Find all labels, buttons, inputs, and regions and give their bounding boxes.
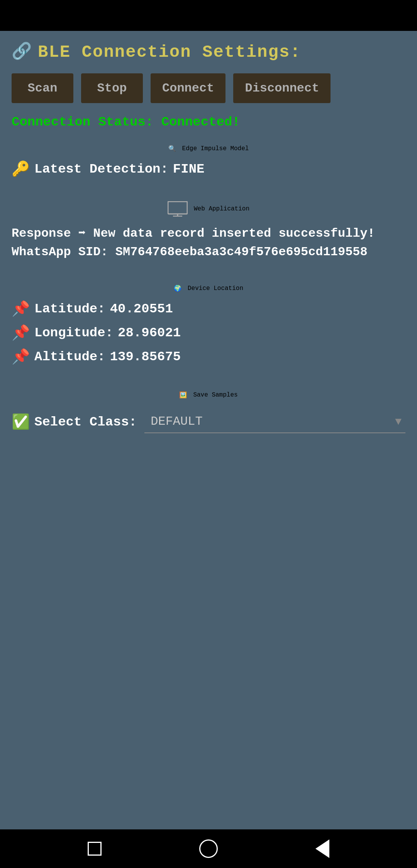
class-dropdown-wrapper[interactable]: DEFAULT CLASS_A CLASS_B CLASS_C ▼ [144,410,405,433]
latitude-value: 40.20551 [110,302,173,316]
select-class-row: ✅ Select Class: DEFAULT CLASS_A CLASS_B … [12,410,405,433]
edge-impulse-section: 🔍 Edge Impulse Model 🔑 Latest Detection:… [12,145,405,190]
square-icon [88,842,102,856]
save-samples-section: 🖼️ Save Samples ✅ Select Class: DEFAULT … [12,391,405,433]
connection-status-connected: Connected! [161,115,240,129]
circle-icon [199,839,218,858]
svg-rect-0 [168,202,187,214]
connection-status-label: Connection Status: [12,115,153,129]
scan-button[interactable]: Scan [12,73,73,103]
nav-back-button[interactable] [315,839,329,858]
ble-title: BLE Connection Settings: [38,42,301,62]
image-icon: 🖼️ [179,391,187,399]
save-samples-title-row: 🖼️ Save Samples [12,391,405,399]
longitude-label: Longitude: [34,326,113,340]
latest-detection-label: Latest Detection: [34,162,168,176]
pin-icon-alt: 📌 [12,348,30,366]
ble-header: 🔗 BLE Connection Settings: [12,42,405,62]
triangle-icon [315,839,329,858]
response-text: Response ➡️ New data record inserted suc… [12,224,405,261]
edge-impulse-title: Edge Impulse Model [182,145,249,152]
nav-square-button[interactable] [88,842,102,856]
disconnect-button[interactable]: Disconnect [233,73,331,103]
class-dropdown[interactable]: DEFAULT CLASS_A CLASS_B CLASS_C [144,410,405,433]
web-app-section: Web Application Response ➡️ New data rec… [12,201,405,277]
edge-impulse-title-row: 🔍 Edge Impulse Model [12,145,405,153]
monitor-icon [168,201,188,217]
search-icon: 🔍 [168,145,176,153]
checkmark-icon: ✅ [12,413,30,431]
longitude-value: 28.96021 [118,326,181,340]
latest-detection-value: FINE [173,162,205,176]
pin-icon-lat: 📌 [12,300,30,318]
altitude-label: Altitude: [34,349,105,364]
action-buttons-row: Scan Stop Connect Disconnect [12,73,405,103]
navigation-bar [0,829,417,868]
device-location-title-row: 🌍 Device Location [12,285,405,292]
web-app-title: Web Application [194,205,249,212]
connect-button[interactable]: Connect [151,73,225,103]
globe-icon: 🌍 [174,285,181,292]
response-label: Response [12,226,71,241]
pin-icon-lon: 📌 [12,324,30,342]
connection-status: Connection Status: Connected! [12,115,405,129]
select-class-text: Select Class: [34,415,137,429]
select-class-label: ✅ Select Class: [12,413,137,431]
save-samples-title: Save Samples [193,392,237,398]
arrow-icon: ➡️ [78,226,93,241]
longitude-row: 📌 Longitude: 28.96021 [12,324,405,342]
latitude-row: 📌 Latitude: 40.20551 [12,300,405,318]
altitude-value: 139.85675 [110,349,181,364]
status-bar [0,0,417,31]
main-content: 🔗 BLE Connection Settings: Scan Stop Con… [0,31,417,829]
device-location-section: 🌍 Device Location 📌 Latitude: 40.20551 📌… [12,285,405,372]
nav-home-button[interactable] [199,839,218,858]
device-location-title: Device Location [188,285,243,292]
latest-detection-row: 🔑 Latest Detection: FINE [12,160,405,178]
latitude-label: Latitude: [34,302,105,316]
web-app-title-row: Web Application [12,201,405,217]
link-icon: 🔗 [12,44,32,60]
key-icon: 🔑 [12,160,30,178]
altitude-row: 📌 Altitude: 139.85675 [12,348,405,366]
stop-button[interactable]: Stop [81,73,143,103]
